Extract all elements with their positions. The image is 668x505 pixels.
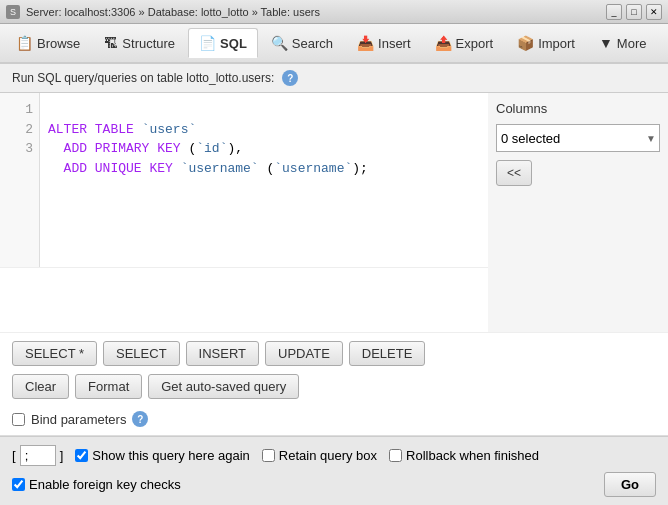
rollback-label: Rollback when finished (406, 448, 539, 463)
delimiter-group: [ ] (12, 445, 63, 466)
update-button[interactable]: UPDATE (265, 341, 343, 366)
structure-icon: 🏗 (104, 35, 118, 51)
tab-import[interactable]: 📦 Import (506, 28, 586, 58)
browse-icon: 📋 (16, 35, 33, 51)
import-icon: 📦 (517, 35, 534, 51)
tab-structure[interactable]: 🏗 Structure (93, 28, 186, 58)
query-info-bar: Run SQL query/queries on table lotto_lot… (0, 64, 668, 93)
maximize-button[interactable]: □ (626, 4, 642, 20)
select-button[interactable]: SELECT (103, 341, 180, 366)
retain-query-checkbox[interactable] (262, 449, 275, 462)
footer-area: [ ] Show this query here again Retain qu… (0, 436, 668, 505)
retain-query-checkbox-group[interactable]: Retain query box (262, 448, 377, 463)
show-query-label: Show this query here again (92, 448, 250, 463)
footer-row-1: [ ] Show this query here again Retain qu… (12, 445, 656, 466)
tab-browse[interactable]: 📋 Browse (5, 28, 91, 58)
editor-area: 1 2 3 ALTER TABLE `users` ADD PRIMARY KE… (0, 93, 668, 332)
enable-fk-label: Enable foreign key checks (29, 477, 181, 492)
button-row-1: SELECT * SELECT INSERT UPDATE DELETE (0, 332, 668, 370)
search-icon: 🔍 (271, 35, 288, 51)
columns-select[interactable]: 0 selected (496, 124, 660, 152)
retain-query-label: Retain query box (279, 448, 377, 463)
insert-button[interactable]: INSERT (186, 341, 259, 366)
tab-more[interactable]: ▼ More (588, 28, 657, 58)
title-bar: S Server: localhost:3306 » Database: lot… (0, 0, 668, 24)
columns-title: Columns (496, 101, 660, 116)
line-num-3: 3 (0, 139, 39, 159)
nav-tabs: 📋 Browse 🏗 Structure 📄 SQL 🔍 Search 📥 In… (0, 24, 668, 64)
insert-icon: 📥 (357, 35, 374, 51)
bind-params-row: Bind parameters ? (0, 407, 668, 436)
rollback-checkbox[interactable] (389, 449, 402, 462)
bind-params-help-icon[interactable]: ? (132, 411, 148, 427)
sql-code-display[interactable]: ALTER TABLE `users` ADD PRIMARY KEY (`id… (40, 93, 488, 267)
sql-editor-wrapper: 1 2 3 ALTER TABLE `users` ADD PRIMARY KE… (0, 93, 488, 268)
query-help-icon[interactable]: ? (282, 70, 298, 86)
line-num-1: 1 (0, 100, 39, 120)
line-num-2: 2 (0, 120, 39, 140)
bind-params-label: Bind parameters (31, 412, 126, 427)
close-button[interactable]: ✕ (646, 4, 662, 20)
line-numbers: 1 2 3 (0, 93, 40, 267)
footer-row-2: Enable foreign key checks Go (12, 472, 656, 497)
columns-select-wrapper: 0 selected (496, 124, 660, 152)
tab-search[interactable]: 🔍 Search (260, 28, 344, 58)
get-auto-saved-button[interactable]: Get auto-saved query (148, 374, 299, 399)
show-query-checkbox-group[interactable]: Show this query here again (75, 448, 250, 463)
delimiter-input[interactable] (20, 445, 56, 466)
columns-panel: Columns 0 selected << (488, 93, 668, 332)
show-query-checkbox[interactable] (75, 449, 88, 462)
rollback-checkbox-group[interactable]: Rollback when finished (389, 448, 539, 463)
select-star-button[interactable]: SELECT * (12, 341, 97, 366)
title-bar-text: Server: localhost:3306 » Database: lotto… (26, 6, 320, 18)
bind-params-checkbox[interactable] (12, 413, 25, 426)
minimize-button[interactable]: _ (606, 4, 622, 20)
delimiter-open-bracket: [ (12, 448, 16, 463)
tab-sql[interactable]: 📄 SQL (188, 28, 258, 58)
title-bar-controls: _ □ ✕ (606, 4, 662, 20)
app-icon: S (6, 5, 20, 19)
export-icon: 📤 (435, 35, 452, 51)
tab-insert[interactable]: 📥 Insert (346, 28, 422, 58)
tab-export[interactable]: 📤 Export (424, 28, 505, 58)
shift-left-button[interactable]: << (496, 160, 532, 186)
sql-icon: 📄 (199, 35, 216, 51)
main-content: Run SQL query/queries on table lotto_lot… (0, 64, 668, 505)
enable-fk-checkbox-group[interactable]: Enable foreign key checks (12, 477, 181, 492)
query-info-text: Run SQL query/queries on table lotto_lot… (12, 71, 274, 85)
delete-button[interactable]: DELETE (349, 341, 426, 366)
button-row-2: Clear Format Get auto-saved query (0, 370, 668, 407)
delimiter-close-bracket: ] (60, 448, 64, 463)
clear-button[interactable]: Clear (12, 374, 69, 399)
enable-fk-checkbox[interactable] (12, 478, 25, 491)
more-icon: ▼ (599, 35, 613, 51)
go-button[interactable]: Go (604, 472, 656, 497)
format-button[interactable]: Format (75, 374, 142, 399)
